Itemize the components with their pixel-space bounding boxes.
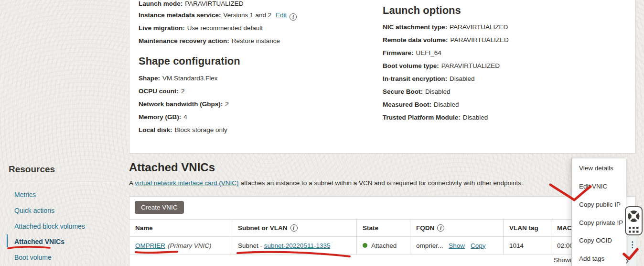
fqdn-value: omprier...	[416, 242, 443, 249]
detail-value: PARAVIRTUALIZED	[185, 0, 243, 7]
detail-label: Live migration:	[139, 24, 185, 32]
cell-state: Attached	[356, 236, 410, 255]
detail-remote-data-volume: Remote data volume:PARAVIRTUALIZED	[383, 36, 509, 44]
detail-launch-mode: Launch mode:PARAVIRTUALIZED	[139, 0, 244, 7]
column-header-vlan-tag: VLAN tag	[503, 219, 551, 236]
primary-vnic-note: (Primary VNIC)	[168, 242, 212, 249]
detail-shape: Shape:VM.Standard3.Flex	[139, 75, 218, 82]
vnic-doc-link[interactable]: virtual network interface card (VNIC)	[135, 179, 239, 187]
menu-item-view-details[interactable]: View details	[579, 165, 613, 172]
column-header-subnet-or-vlan: Subnet or VLANi	[232, 219, 356, 236]
edit-metadata-link[interactable]: Edit	[276, 11, 287, 19]
menu-item-add-tags[interactable]: Add tags	[579, 255, 604, 262]
detail-label: Maintenance recovery action:	[139, 37, 229, 44]
detail-instance-metadata-service: Instance metadata service:Versions 1 and…	[139, 11, 297, 21]
detail-local-disk: Local disk:Block storage only	[139, 126, 227, 133]
detail-firmware: Firmware:UEFI_64	[383, 49, 441, 56]
detail-boot-volume-type: Boot volume type:PARAVIRTUALIZED	[383, 62, 500, 69]
description-prefix: A	[129, 179, 133, 187]
cell-subnet: Subnet - subnet-20220511-1335	[232, 236, 356, 255]
cell-vnic-name: OMPRIER (Primary VNIC)	[129, 236, 232, 255]
detail-nic-attachment: NIC attachment type:PARAVIRTUALIZED	[383, 23, 508, 31]
section-description: A virtual network interface card (VNIC) …	[129, 179, 523, 187]
description-suffix: attaches an instance to a subnet within …	[240, 179, 523, 187]
subnet-link[interactable]: subnet-20220511-1335	[264, 242, 331, 249]
detail-value: Restore instance	[232, 37, 280, 44]
cell-fqdn: omprier... Show Copy	[410, 236, 503, 255]
life-ring-icon	[628, 211, 640, 222]
menu-item-copy-ocid[interactable]: Copy OCID	[579, 237, 612, 244]
info-icon[interactable]: i	[290, 13, 297, 21]
detail-live-migration: Live migration:Use recommended default	[139, 24, 263, 32]
menu-item-copy-private-ip[interactable]: Copy private IP	[579, 219, 623, 226]
detail-secure-boot: Secure Boot:Disabled	[383, 88, 451, 95]
grid-icon	[629, 227, 639, 233]
create-vnic-button[interactable]: Create VNIC	[135, 201, 184, 214]
detail-maintenance-recovery: Maintenance recovery action:Restore inst…	[139, 37, 280, 44]
launch-options-title: Launch options	[383, 4, 461, 17]
fqdn-copy-link[interactable]: Copy	[471, 242, 486, 249]
instance-details-card: Launch mode:PARAVIRTUALIZED Instance met…	[129, 0, 636, 154]
status-badge: Attached	[371, 242, 397, 249]
oci-instance-details-page: Launch mode:PARAVIRTUALIZED Instance met…	[0, 0, 644, 266]
detail-value: Versions 1 and 2	[224, 11, 272, 19]
red-underline-sidebar-attached-vnics	[8, 247, 50, 248]
resources-title: Resources	[9, 164, 55, 175]
shape-configuration-title: Shape configuration	[139, 55, 240, 67]
detail-value: Use recommended default	[187, 24, 263, 32]
info-icon[interactable]: i	[290, 224, 298, 232]
detail-trusted-platform-module: Trusted Platform Module:Disabled	[383, 114, 488, 121]
detail-measured-boot: Measured Boot:Disabled	[383, 101, 459, 108]
info-icon[interactable]: i	[437, 224, 444, 232]
detail-memory: Memory (GB):4	[139, 113, 187, 121]
vnic-name-link[interactable]: OMPRIER	[135, 242, 165, 249]
sidebar-item-quick-actions[interactable]: Quick actions	[14, 207, 54, 214]
sidebar-item-boot-volume[interactable]: Boot volume	[14, 254, 52, 261]
sidebar-item-attached-block-volumes[interactable]: Attached block volumes	[14, 222, 85, 230]
fqdn-show-link[interactable]: Show	[449, 242, 465, 249]
detail-label: Instance metadata service:	[139, 11, 221, 19]
menu-item-edit-vnic[interactable]: Edit VNIC	[579, 183, 607, 190]
detail-network-bandwidth: Network bandwidth (Gbps):2	[139, 100, 229, 108]
divider	[9, 181, 118, 181]
menu-item-copy-public-ip[interactable]: Copy public IP	[579, 201, 621, 208]
vnic-actions-context-menu: View details Edit VNIC Copy public IP Co…	[571, 158, 626, 266]
column-header-name: Name	[129, 219, 232, 236]
page-title: Attached VNICs	[129, 161, 215, 174]
status-attached-dot	[363, 243, 367, 248]
sidebar-item-attached-vnics[interactable]: Attached VNICs	[14, 238, 64, 245]
console-assist-widget[interactable]	[625, 206, 643, 235]
table-border	[129, 255, 636, 255]
detail-in-transit-encryption: In-transit encryption:Disabled	[383, 75, 475, 82]
column-header-fqdn: FQDNi	[410, 219, 503, 236]
column-header-state: State	[356, 219, 410, 236]
active-item-indicator	[7, 234, 8, 247]
sidebar-item-metrics[interactable]: Metrics	[14, 191, 36, 199]
life-ring-and-grid-icons	[626, 207, 642, 234]
detail-ocpu-count: OCPU count:2	[139, 88, 185, 95]
attached-vnics-table-card: Create VNIC Name Subnet or VLANi State F…	[129, 196, 636, 266]
detail-label: Launch mode:	[139, 0, 182, 7]
row-actions-kebab-icon[interactable]: ⋮	[628, 239, 636, 251]
cell-vlan-tag: 1014	[503, 236, 551, 255]
subnet-prefix: Subnet -	[238, 242, 262, 249]
